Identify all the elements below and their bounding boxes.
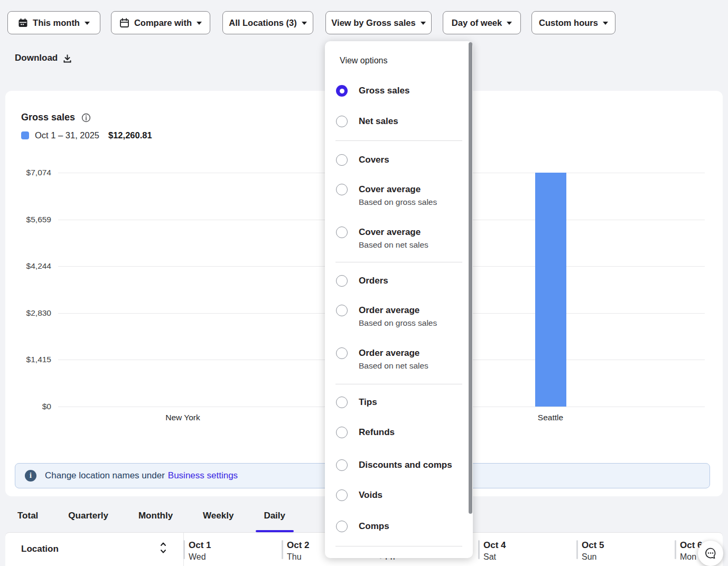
column-separator <box>282 540 283 559</box>
menu-item-sublabel: Based on net sales <box>359 360 428 372</box>
radio-option[interactable] <box>336 397 348 408</box>
radio-option[interactable] <box>336 116 348 127</box>
radio-option[interactable] <box>336 489 348 501</box>
column-header-day: Thu <box>287 552 302 562</box>
column-header-date: Oct 1 <box>189 540 211 551</box>
menu-item-label[interactable]: Refunds <box>359 426 395 439</box>
radio-option[interactable] <box>336 459 348 471</box>
menu-item-label[interactable]: Comps <box>359 520 389 533</box>
y-axis-tick-label: $1,415 <box>11 355 51 364</box>
filter-button-compare-with[interactable]: Compare with <box>111 11 210 34</box>
column-header-date: Oct 4 <box>483 540 506 551</box>
chevron-down-icon <box>507 22 512 25</box>
tab-quarterly[interactable]: Quarterly <box>68 505 108 532</box>
radio-option[interactable] <box>336 154 348 166</box>
radio-option[interactable] <box>336 184 348 195</box>
download-button[interactable]: Download <box>15 53 72 63</box>
location-column-header: Location <box>21 544 59 554</box>
chevron-down-icon <box>421 22 426 25</box>
filter-button-this-month[interactable]: This month <box>7 11 100 34</box>
y-axis-tick-label: $7,074 <box>11 168 51 177</box>
filter-label: View by Gross sales <box>331 18 415 28</box>
filter-label: Custom hours <box>539 18 598 28</box>
chevron-down-icon <box>85 22 90 25</box>
x-axis-category-label: Seattle <box>538 413 563 422</box>
column-header-day: Wed <box>189 552 206 562</box>
view-options-menu: View options Gross salesNet salesCoversC… <box>325 41 473 558</box>
radio-option[interactable] <box>336 305 348 316</box>
filter-button-view-by-gross-sales[interactable]: View by Gross sales <box>325 11 432 34</box>
download-label: Download <box>15 53 58 63</box>
chevron-down-icon <box>197 22 202 25</box>
filter-label: Compare with <box>134 18 192 28</box>
radio-option[interactable] <box>336 275 348 287</box>
y-axis-tick-label: $0 <box>11 402 51 411</box>
info-icon: i <box>25 470 36 482</box>
column-separator <box>576 540 578 559</box>
column-separator <box>675 540 676 559</box>
radio-option[interactable] <box>336 521 348 532</box>
menu-divider <box>335 140 462 141</box>
filter-label: Day of week <box>452 18 502 28</box>
column-header-date: Oct 2 <box>287 540 310 551</box>
column-header-day: Mon <box>680 552 696 562</box>
tab-monthly[interactable]: Monthly <box>138 505 173 532</box>
tab-weekly[interactable]: Weekly <box>203 505 234 532</box>
chevron-down-icon <box>603 22 608 25</box>
filter-button-day-of-week[interactable]: Day of week <box>443 11 521 34</box>
filter-label: All Locations (3) <box>229 18 296 28</box>
tab-total[interactable]: Total <box>17 505 38 532</box>
sales-bar[interactable] <box>535 173 566 407</box>
filter-button-custom-hours[interactable]: Custom hours <box>531 11 615 34</box>
menu-item-label[interactable]: Orders <box>359 274 388 288</box>
chat-button[interactable] <box>698 541 723 566</box>
menu-item-label[interactable]: Cover average <box>359 183 421 196</box>
menu-item-label[interactable]: Voids <box>359 488 382 502</box>
menu-divider <box>335 384 462 384</box>
menu-item-sublabel: Based on gross sales <box>359 317 437 329</box>
calendar-dots-icon <box>18 18 28 28</box>
column-header-day: Sat <box>483 552 496 562</box>
granularity-tabs: TotalQuarterlyMonthlyWeeklyDaily <box>17 505 285 532</box>
menu-divider <box>335 546 462 546</box>
scrollbar-thumb[interactable] <box>469 42 472 514</box>
column-separator <box>478 540 480 559</box>
radio-option[interactable] <box>336 427 348 438</box>
menu-item-label[interactable]: Net sales <box>359 115 398 128</box>
banner-text: Change location names under <box>45 470 165 481</box>
page: This monthCompare withAll Locations (3)V… <box>0 0 728 566</box>
column-header-date: Oct 5 <box>582 540 604 551</box>
chat-icon <box>704 546 717 560</box>
menu-header: View options <box>340 56 387 65</box>
radio-option[interactable] <box>336 85 348 97</box>
menu-item-label[interactable]: Cover average <box>359 225 421 239</box>
chevron-down-icon <box>302 22 307 25</box>
menu-item-label[interactable]: Discounts and comps <box>359 458 452 472</box>
sort-icon[interactable] <box>160 541 167 555</box>
download-icon <box>62 53 72 63</box>
column-separator <box>183 540 185 559</box>
menu-item-sublabel: Based on net sales <box>359 239 428 251</box>
y-axis-tick-label: $4,244 <box>11 261 51 271</box>
menu-item-label[interactable]: Order average <box>359 304 419 317</box>
radio-option[interactable] <box>336 227 348 238</box>
y-axis-tick-label: $5,659 <box>11 215 51 224</box>
menu-item-sublabel: Based on gross sales <box>359 196 437 208</box>
x-axis-category-label: New York <box>165 413 200 422</box>
business-settings-link[interactable]: Business settings <box>168 470 238 481</box>
tab-daily[interactable]: Daily <box>264 505 285 532</box>
column-header-day: Sun <box>582 552 596 562</box>
calendar-icon <box>119 18 129 28</box>
menu-item-label[interactable]: Gross sales <box>359 84 409 98</box>
filter-label: This month <box>33 18 80 28</box>
y-axis-tick-label: $2,830 <box>11 308 51 318</box>
menu-item-label[interactable]: Covers <box>359 153 389 167</box>
menu-divider <box>335 262 462 262</box>
filter-button-all-locations-3[interactable]: All Locations (3) <box>222 11 313 34</box>
menu-item-label[interactable]: Order average <box>359 346 419 360</box>
menu-item-label[interactable]: Tips <box>359 395 377 409</box>
radio-option[interactable] <box>336 347 348 359</box>
